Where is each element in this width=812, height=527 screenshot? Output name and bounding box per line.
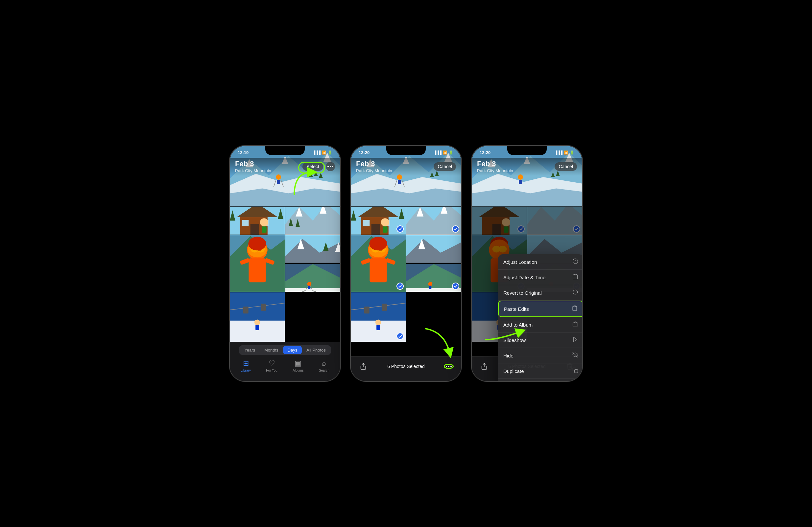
notch-3 [507, 146, 547, 155]
pill-days[interactable]: Days [283, 346, 302, 354]
grid-cell-2-1[interactable] [351, 207, 406, 235]
svg-point-88 [381, 218, 389, 226]
share-button-2[interactable] [357, 360, 369, 372]
menu-adjust-location[interactable]: Adjust Location [498, 254, 582, 270]
svg-rect-174 [575, 370, 578, 373]
svg-rect-82 [372, 224, 380, 235]
grid-cell-1-5[interactable] [285, 264, 340, 292]
grid-cell-1-1[interactable] [230, 207, 285, 235]
grid-cell-2-5[interactable] [406, 264, 461, 292]
grid-cell-2-2[interactable] [406, 207, 461, 235]
hide-icon [572, 352, 578, 359]
svg-rect-109 [406, 263, 461, 263]
grid-cell-1-6[interactable] [230, 292, 285, 342]
svg-rect-19 [242, 220, 249, 226]
search-icon: ⌕ [322, 359, 326, 368]
menu-add-album[interactable]: Add to Album [498, 317, 582, 332]
cancel-button-2[interactable]: Cancel [434, 162, 456, 171]
battery-icon-2: 🔋 [449, 150, 453, 155]
action-bar-2: 6 Photos Selected [351, 357, 461, 381]
grid-cell-3-2 [527, 207, 582, 235]
tab-for-you[interactable]: ♡ For You [266, 359, 277, 372]
status-icons-3: ▐▐▐ 📶 🔋 [555, 150, 574, 155]
menu-adjust-date[interactable]: Adjust Date & Time [498, 270, 582, 285]
album-icon [572, 321, 578, 328]
check-3-2 [573, 225, 580, 232]
add-album-label: Add to Album [503, 322, 533, 328]
svg-point-40 [248, 237, 266, 251]
paste-edits-label: Paste Edits [504, 306, 529, 312]
adjust-date-label: Adjust Date & Time [503, 275, 546, 280]
grid-cell-3-1 [472, 207, 527, 235]
tab-library[interactable]: ⊞ Library [241, 359, 251, 372]
revert-icon [572, 289, 578, 296]
wifi-icon-3: 📶 [564, 150, 568, 155]
location-2: Park City Mountain [356, 168, 392, 173]
svg-point-53 [307, 282, 311, 286]
menu-slideshow[interactable]: Slideshow [498, 332, 582, 348]
svg-rect-62 [243, 306, 248, 314]
slideshow-label: Slideshow [503, 337, 526, 343]
view-pills-1: Years Months Days All Photos [239, 345, 331, 355]
status-icons-1: ▐▐▐ 📶 🔋 [313, 150, 332, 155]
signal-icon-3: ▐▐▐ [555, 150, 563, 154]
more-dots-2 [446, 366, 452, 367]
wifi-icon-1: 📶 [322, 150, 327, 155]
grid-cell-2-6[interactable] [351, 292, 406, 342]
time-3: 12:20 [480, 150, 491, 155]
more-button-1[interactable] [326, 162, 335, 171]
menu-copy[interactable]: Copy [498, 379, 582, 381]
svg-point-113 [429, 282, 433, 286]
grid-cell-1-3[interactable] [230, 235, 285, 292]
date-3: Feb 3 [477, 160, 513, 168]
menu-paste-edits[interactable]: Paste Edits [498, 301, 582, 317]
albums-icon: ▣ [294, 359, 302, 368]
albums-label: Albums [293, 368, 303, 372]
dots-icon-1 [328, 166, 333, 167]
tab-search[interactable]: ⌕ Search [319, 359, 329, 372]
check-2-2 [452, 225, 459, 232]
bottom-tabs-1: Years Months Days All Photos ⊞ Library ♡… [230, 342, 340, 381]
svg-rect-138 [492, 224, 501, 235]
more-options-2[interactable] [443, 360, 455, 372]
time-1: 12:19 [238, 150, 248, 155]
svg-point-140 [502, 218, 510, 226]
svg-rect-89 [383, 226, 388, 232]
grid-cell-2-3[interactable] [351, 235, 406, 292]
photo-grid-2 [351, 207, 461, 342]
svg-rect-171 [573, 322, 578, 326]
svg-point-120 [375, 319, 381, 325]
svg-rect-121 [376, 325, 380, 330]
grid-cell-2-4[interactable] [406, 235, 461, 263]
svg-rect-103 [369, 258, 387, 282]
svg-rect-141 [504, 226, 509, 232]
paste-icon [572, 305, 578, 313]
svg-marker-172 [574, 337, 577, 342]
duplicate-label: Duplicate [503, 368, 524, 374]
share-button-3[interactable] [478, 360, 490, 372]
svg-rect-52 [285, 288, 340, 292]
menu-revert[interactable]: Revert to Original [498, 285, 582, 301]
grid-cell-1-2[interactable] [285, 207, 340, 235]
time-2: 12:20 [359, 150, 369, 155]
svg-rect-134 [519, 180, 522, 184]
context-menu-3: Adjust Location Adjust Date & Time [498, 254, 582, 381]
signal-icon-2: ▐▐▐ [434, 150, 441, 154]
pill-months[interactable]: Months [260, 346, 283, 354]
check-2-3 [396, 283, 404, 290]
location-3: Park City Mountain [477, 168, 513, 173]
pill-years[interactable]: Years [240, 346, 260, 354]
signal-icon-1: ▐▐▐ [313, 150, 320, 154]
menu-hide[interactable]: Hide [498, 348, 582, 363]
svg-rect-63 [261, 304, 266, 311]
header-2: Feb 3 Park City Mountain Cancel [351, 158, 461, 176]
cancel-button-3[interactable]: Cancel [555, 162, 577, 171]
pill-all[interactable]: All Photos [302, 346, 330, 354]
library-label: Library [241, 368, 251, 372]
grid-cell-1-4[interactable] [285, 235, 340, 263]
menu-duplicate[interactable]: Duplicate [498, 363, 582, 379]
for-you-label: For You [266, 368, 277, 372]
svg-rect-144 [527, 234, 582, 235]
tab-albums[interactable]: ▣ Albums [293, 359, 303, 372]
select-button-1[interactable]: Select [302, 162, 323, 171]
